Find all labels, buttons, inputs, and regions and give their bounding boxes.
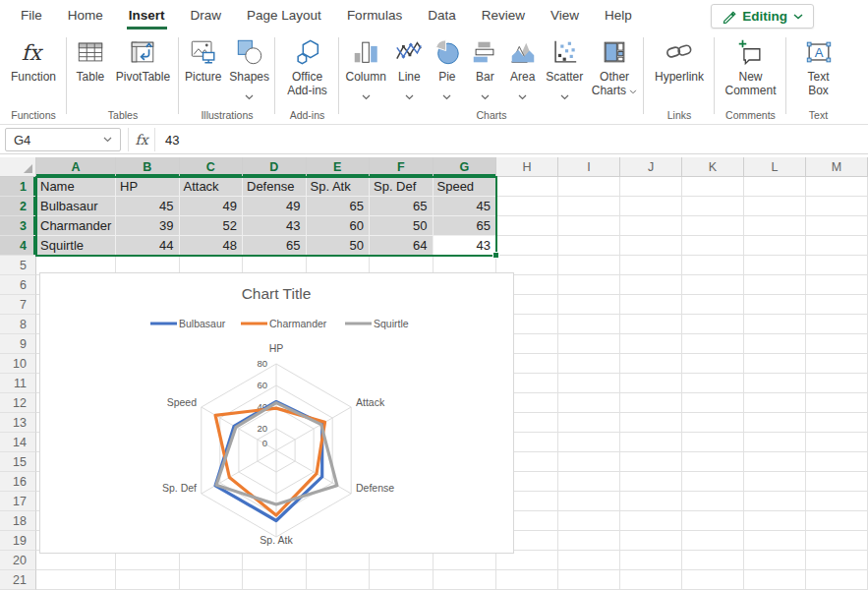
cell-k16[interactable] [682,472,744,492]
ribbon-button-area[interactable]: Area [506,35,540,99]
cell-d1[interactable]: Defense [243,177,307,197]
cell-k9[interactable] [682,334,744,354]
ribbon-button-text-box[interactable]: ATextBox [802,35,836,99]
cell-e3[interactable]: 60 [307,216,371,236]
row-header-6[interactable]: 6 [0,275,36,295]
cell-d3[interactable]: 43 [243,216,307,236]
cell-l2[interactable] [744,197,806,216]
cell-l14[interactable] [744,433,806,452]
menu-tab-help[interactable]: Help [592,0,645,30]
ribbon-button-column[interactable]: Column [343,35,387,99]
cell-a21[interactable] [36,570,116,590]
cell-d21[interactable] [243,570,307,590]
cell-j18[interactable] [620,511,682,531]
cell-l13[interactable] [744,413,806,433]
ribbon-button-shapes[interactable]: Shapes [227,35,271,94]
cell-m21[interactable] [806,570,868,590]
cell-h1[interactable] [496,177,558,197]
legend-item-charmander[interactable]: Charmander [241,318,327,329]
ribbon-button-hyperlink[interactable]: Hyperlink [653,35,706,86]
cell-e4[interactable]: 50 [307,236,371,256]
cell-l8[interactable] [744,315,806,334]
cell-j4[interactable] [620,236,682,256]
row-header-9[interactable]: 9 [0,334,36,354]
ribbon-button-pie[interactable]: Pie [431,35,464,99]
menu-tab-formulas[interactable]: Formulas [334,0,415,30]
menu-tab-view[interactable]: View [538,0,592,30]
row-header-19[interactable]: 19 [0,531,36,551]
cell-m19[interactable] [806,531,868,551]
cell-i5[interactable] [558,256,620,275]
cell-j7[interactable] [620,295,682,315]
cell-m4[interactable] [806,236,868,256]
column-header-m[interactable]: M [806,157,868,177]
row-header-7[interactable]: 7 [0,295,36,315]
cell-m12[interactable] [806,393,868,413]
cell-j19[interactable] [620,531,682,551]
cell-c3[interactable]: 52 [180,216,244,236]
row-header-16[interactable]: 16 [0,472,36,492]
cell-f1[interactable]: Sp. Def [370,177,434,197]
cell-m7[interactable] [806,295,868,315]
row-header-18[interactable]: 18 [0,511,36,531]
cell-j3[interactable] [620,216,682,236]
cell-h4[interactable] [496,236,558,256]
row-header-2[interactable]: 2 [0,197,36,216]
ribbon-button-other-charts[interactable]: OtherCharts [590,35,640,99]
cell-b4[interactable]: 44 [116,236,180,256]
cell-i1[interactable] [558,177,620,197]
cell-i12[interactable] [558,393,620,413]
row-header-21[interactable]: 21 [0,570,36,590]
cell-g3[interactable]: 65 [434,216,497,236]
cell-m6[interactable] [806,275,868,295]
row-header-4[interactable]: 4 [0,236,36,256]
cell-l5[interactable] [744,256,806,275]
cell-j1[interactable] [620,177,682,197]
cell-i11[interactable] [558,374,620,393]
column-header-g[interactable]: G [434,157,497,177]
cell-k10[interactable] [682,354,744,374]
cell-f3[interactable]: 50 [370,216,434,236]
cell-h3[interactable] [496,216,558,236]
cell-k6[interactable] [682,275,744,295]
editing-mode-button[interactable]: Editing [711,4,814,29]
cell-i3[interactable] [558,216,620,236]
cell-i9[interactable] [558,334,620,354]
cell-j14[interactable] [620,433,682,452]
cell-j17[interactable] [620,492,682,511]
cell-g1[interactable]: Speed [434,177,497,197]
cell-m20[interactable] [806,551,868,570]
cell-c2[interactable]: 49 [180,197,244,216]
row-header-12[interactable]: 12 [0,393,36,413]
cell-m18[interactable] [806,511,868,531]
cell-d2[interactable]: 49 [243,197,307,216]
cell-l6[interactable] [744,275,806,295]
cell-m14[interactable] [806,433,868,452]
cell-d4[interactable]: 65 [243,236,307,256]
cell-l21[interactable] [744,570,806,590]
row-header-1[interactable]: 1 [0,177,36,197]
row-header-8[interactable]: 8 [0,315,36,334]
cell-b1[interactable]: HP [116,177,180,197]
cell-j12[interactable] [620,393,682,413]
column-header-d[interactable]: D [243,157,307,177]
column-header-e[interactable]: E [307,157,371,177]
menu-tab-data[interactable]: Data [415,0,469,30]
cell-l4[interactable] [744,236,806,256]
cell-m13[interactable] [806,413,868,433]
cell-l1[interactable] [744,177,806,197]
cell-l18[interactable] [744,511,806,531]
cell-i15[interactable] [558,452,620,472]
cell-k14[interactable] [682,433,744,452]
cell-l16[interactable] [744,472,806,492]
cell-f2[interactable]: 65 [370,197,434,216]
cell-f4[interactable]: 64 [370,236,434,256]
insert-function-button[interactable]: fx [128,128,155,151]
row-header-11[interactable]: 11 [0,374,36,393]
cell-i2[interactable] [558,197,620,216]
cell-k5[interactable] [682,256,744,275]
row-header-10[interactable]: 10 [0,354,36,374]
menu-tab-draw[interactable]: Draw [178,0,235,30]
cell-c21[interactable] [180,570,244,590]
cell-k7[interactable] [682,295,744,315]
